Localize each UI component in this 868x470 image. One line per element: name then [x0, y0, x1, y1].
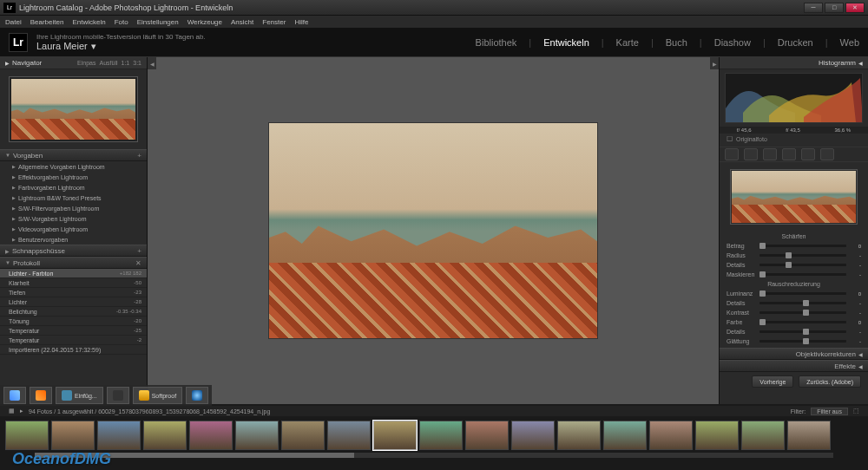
main-photo[interactable]	[268, 122, 598, 339]
task-tab[interactable]	[186, 387, 208, 404]
filmstrip-thumb[interactable]	[51, 421, 95, 450]
history-step[interactable]: Temperatur-25	[0, 326, 147, 336]
task-tab[interactable]: Einfüg...	[56, 387, 103, 404]
slider-track[interactable]	[760, 330, 846, 333]
history-step[interactable]: Temperatur-2	[0, 336, 147, 345]
gradient-tool-icon[interactable]	[782, 148, 796, 160]
previous-button[interactable]: Vorherige	[752, 375, 793, 388]
menu-item[interactable]: Fenster	[262, 18, 286, 26]
redeye-tool-icon[interactable]	[763, 148, 777, 160]
module-slideshow[interactable]: Diashow	[714, 37, 751, 48]
filmstrip[interactable]	[0, 416, 868, 454]
spot-tool-icon[interactable]	[744, 148, 758, 160]
histogram-header[interactable]: Histogramm◀	[720, 57, 868, 69]
filmstrip-thumb[interactable]	[741, 421, 785, 450]
slider-handle[interactable]	[760, 271, 766, 277]
module-book[interactable]: Buch	[666, 37, 687, 48]
original-photo-toggle[interactable]: ☐Originalfoto	[720, 134, 868, 145]
menu-item[interactable]: Ansicht	[231, 18, 253, 26]
filmstrip-thumb[interactable]	[143, 421, 187, 450]
slider-row[interactable]: Details-	[727, 260, 861, 270]
filmstrip-thumb[interactable]	[511, 421, 555, 450]
history-step[interactable]: Belichtung-0.35 -0.34	[0, 307, 147, 317]
slider-row[interactable]: Maskieren-	[727, 270, 861, 279]
preset-folder[interactable]: ▶S/W-Filtervorgaben Lightroom	[0, 203, 147, 213]
image-canvas[interactable]: ◀ ▶	[148, 57, 719, 404]
task-tab[interactable]	[3, 387, 26, 404]
history-header[interactable]: ▼Protokoll✕	[0, 257, 147, 269]
navigator-preview[interactable]	[0, 69, 147, 149]
filmstrip-thumb[interactable]	[5, 421, 49, 450]
slider-handle[interactable]	[760, 319, 766, 325]
slider-track[interactable]	[760, 311, 846, 314]
menu-item[interactable]: Datei	[5, 18, 22, 26]
slider-row[interactable]: Luminanz0	[727, 289, 861, 298]
menu-item[interactable]: Bearbeiten	[30, 18, 64, 26]
menu-item[interactable]: Hilfe	[294, 18, 308, 26]
grid-view-icon[interactable]: ▦	[9, 408, 15, 415]
slider-handle[interactable]	[760, 290, 766, 297]
navigator-header[interactable]: ▶ Navigator Einpas Ausfüll 1:1 3:1	[0, 57, 147, 69]
task-tab[interactable]	[30, 387, 52, 404]
collapse-right-icon[interactable]: ▶	[710, 57, 719, 69]
filmstrip-scrollbar[interactable]	[35, 453, 833, 458]
menu-item[interactable]: Einstellungen	[137, 18, 179, 26]
presets-header[interactable]: ▼Vorgaben+	[0, 149, 147, 161]
slider-track[interactable]	[760, 273, 846, 276]
slider-handle[interactable]	[803, 300, 809, 306]
history-step[interactable]: Lichter-28	[0, 297, 147, 307]
filter-dropdown[interactable]: Filter aus	[811, 408, 848, 415]
preset-folder[interactable]: ▶Allgemeine Vorgaben Lightroom	[0, 161, 147, 172]
preset-folder[interactable]: ▶S/W-Vorgaben Lightroom	[0, 213, 147, 224]
slider-track[interactable]	[760, 321, 846, 323]
module-print[interactable]: Drucken	[778, 37, 813, 48]
slider-track[interactable]	[760, 292, 846, 295]
menu-item[interactable]: Entwickeln	[72, 18, 105, 26]
snapshots-header[interactable]: ▶Schnappschüsse+	[0, 245, 147, 257]
task-tab[interactable]: Softproof	[133, 387, 182, 404]
filmstrip-thumb[interactable]	[373, 421, 417, 450]
slider-row[interactable]: Glättung-	[727, 336, 861, 346]
preset-folder[interactable]: ▶Lightroom B&W Toned Presets	[0, 193, 147, 203]
close-button[interactable]: ✕	[845, 3, 865, 13]
history-step[interactable]: Tönung-20	[0, 317, 147, 326]
reset-button[interactable]: Zurücks. (Adobe)	[799, 375, 861, 388]
filmstrip-thumb[interactable]	[787, 421, 831, 450]
effects-header[interactable]: Effekte◀	[720, 360, 868, 372]
minimize-button[interactable]: ─	[804, 3, 823, 13]
preset-folder[interactable]: ▶Benutzervorgaben	[0, 234, 147, 245]
task-tab[interactable]	[107, 387, 129, 404]
history-step[interactable]: Importieren (22.04.2015 17:32:59)	[0, 345, 147, 355]
filmstrip-thumb[interactable]	[235, 421, 279, 450]
user-name[interactable]: Laura Meier▾	[36, 41, 206, 52]
histogram-display[interactable]	[725, 73, 863, 123]
slider-handle[interactable]	[786, 252, 792, 258]
module-library[interactable]: Bibliothek	[476, 37, 517, 48]
filmstrip-thumb[interactable]	[649, 421, 693, 450]
filmstrip-thumb[interactable]	[281, 421, 325, 450]
slider-track[interactable]	[760, 264, 846, 266]
preset-folder[interactable]: ▶Videovorgaben Lightroom	[0, 224, 147, 234]
preset-folder[interactable]: ▶Effektvorgaben Lightroom	[0, 172, 147, 182]
filmstrip-thumb[interactable]	[465, 421, 509, 450]
menu-item[interactable]: Werkzeuge	[187, 18, 222, 26]
radial-tool-icon[interactable]	[801, 148, 815, 160]
filter-lock-icon[interactable]: ⬚	[853, 408, 859, 415]
path-arrow-icon[interactable]: ▸	[20, 408, 23, 415]
slider-row[interactable]: Radius-	[727, 251, 861, 260]
slider-handle[interactable]	[786, 262, 792, 268]
crop-tool-icon[interactable]	[725, 148, 739, 160]
brush-tool-icon[interactable]	[820, 148, 834, 160]
filmstrip-thumb[interactable]	[327, 421, 371, 450]
menu-item[interactable]: Foto	[115, 18, 128, 26]
slider-handle[interactable]	[760, 243, 766, 249]
history-step[interactable]: Klarheit-50	[0, 278, 147, 288]
lens-header[interactable]: Objektivkorrekturen◀	[720, 348, 868, 360]
filmstrip-thumb[interactable]	[189, 421, 233, 450]
history-step[interactable]: Tiefen-23	[0, 288, 147, 297]
slider-track[interactable]	[760, 245, 846, 247]
filmstrip-thumb[interactable]	[695, 421, 739, 450]
slider-row[interactable]: Details-	[727, 298, 861, 308]
module-develop[interactable]: Entwickeln	[543, 37, 589, 48]
filmstrip-thumb[interactable]	[603, 421, 647, 450]
